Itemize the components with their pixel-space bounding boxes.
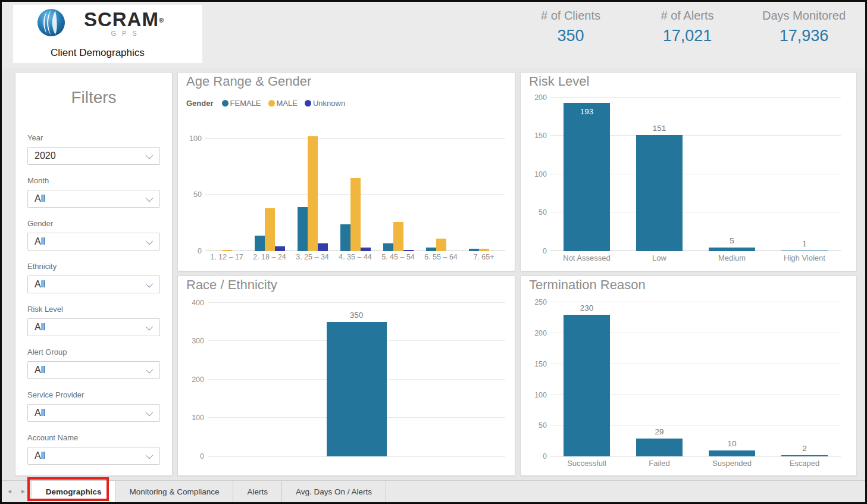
y-tick-label: 200	[523, 93, 547, 102]
category-slot	[334, 125, 377, 251]
month-select-value: All	[35, 193, 45, 204]
scroll-tabs-left-icon[interactable]: ◄	[7, 489, 12, 494]
legend-title: Gender	[186, 99, 214, 108]
bar-total[interactable]: 350	[327, 322, 387, 456]
bar-unknown[interactable]	[318, 243, 328, 251]
y-tick-label: 50	[523, 421, 547, 430]
plot-area: 05010015020025023029102	[550, 295, 841, 456]
plot-area: 05010015020019315151	[550, 90, 841, 251]
category-slot	[420, 125, 462, 251]
bar-female[interactable]	[426, 248, 436, 251]
filter-field-ethnicity: Ethnicity All	[27, 262, 160, 293]
y-tick-label: 150	[523, 360, 547, 368]
bar-female[interactable]	[340, 224, 350, 251]
bar-unknown[interactable]	[403, 250, 414, 251]
x-axis-label: High Violent	[768, 253, 841, 265]
bar-successfull[interactable]: 230	[564, 315, 610, 456]
bar-female[interactable]	[255, 236, 265, 252]
category-slot: 350	[208, 295, 505, 456]
brand-sub: GPS	[70, 30, 177, 37]
legend-item-unknown[interactable]: Unknown	[305, 99, 345, 108]
bar-female[interactable]	[383, 243, 393, 251]
bar-value-label: 193	[580, 107, 594, 116]
x-axis-label: Low	[623, 253, 696, 265]
bar-male[interactable]	[222, 250, 232, 251]
alert-group-select[interactable]: All	[27, 361, 160, 379]
tab-strip: ◄ ► Demographics Monitoring & Compliance…	[2, 480, 865, 502]
tab-monitoring-compliance[interactable]: Monitoring & Compliance	[116, 481, 234, 502]
year-select[interactable]: 2020	[27, 147, 160, 165]
risk-level-select-value: All	[35, 322, 45, 333]
bar-value-label: 1	[802, 239, 807, 248]
bar-high-violent[interactable]: 1	[781, 251, 828, 251]
bar-escaped[interactable]: 2	[781, 455, 828, 456]
stat-clients: # of Clients 350	[526, 9, 615, 45]
legend-item-male[interactable]: MALE	[268, 99, 298, 108]
termination-reason-chart: Termination Reason 050100150200250230291…	[520, 276, 857, 476]
bar-failed[interactable]: 29	[636, 439, 683, 456]
legend-dot-icon	[268, 100, 275, 107]
y-tick-label: 0	[523, 452, 547, 461]
legend-item-female[interactable]: FEMALE	[222, 99, 261, 108]
service-provider-select-value: All	[35, 408, 45, 418]
tab-avg-days-on-alerts[interactable]: Avg. Days On / Alerts	[282, 481, 386, 502]
bar-female[interactable]	[469, 249, 479, 251]
month-select[interactable]: All	[27, 190, 160, 208]
tab-scroll-arrows: ◄ ►	[2, 481, 32, 502]
x-axis-label: 1. 12 – 17	[205, 253, 248, 265]
tab-demographics[interactable]: Demographics	[32, 481, 116, 502]
stat-days-monitored: Days Monitored 17,936	[759, 9, 849, 45]
page-title: Client Demographics	[51, 47, 145, 59]
bar-medium[interactable]: 5	[709, 248, 755, 251]
risk-level-select[interactable]: All	[27, 318, 160, 336]
scroll-tabs-right-icon[interactable]: ►	[20, 489, 26, 494]
y-tick-label: 150	[523, 132, 547, 140]
bar-unknown[interactable]	[275, 246, 285, 251]
bar-male[interactable]	[436, 239, 446, 251]
bar-value-label: 10	[727, 439, 736, 448]
chart-title: Age Range & Gender	[186, 74, 311, 89]
logo-card: SCRAM® GPS Client Demographics	[13, 5, 202, 63]
bar-not-assessed[interactable]: 193	[564, 103, 610, 251]
service-provider-select[interactable]: All	[27, 404, 160, 422]
bar-unknown[interactable]	[361, 248, 371, 251]
y-tick-label: 50	[523, 208, 547, 217]
tab-alerts[interactable]: Alerts	[233, 481, 282, 502]
stat-value: 17,021	[643, 27, 732, 45]
x-axis	[208, 459, 505, 471]
y-tick-label: 300	[180, 337, 204, 345]
bar-low[interactable]: 151	[636, 135, 683, 251]
bar-male[interactable]	[308, 136, 318, 251]
stat-value: 17,936	[759, 27, 849, 45]
ethnicity-select[interactable]: All	[27, 276, 160, 293]
x-axis-label: 6. 55 – 64	[420, 253, 462, 265]
y-tick-label: 0	[178, 247, 202, 255]
scram-logo-icon	[37, 8, 65, 37]
y-tick-label: 200	[180, 375, 204, 384]
filter-field-risk-level: Risk Level All	[27, 305, 160, 336]
account-name-select[interactable]: All	[27, 447, 160, 465]
x-axis-label: 5. 45 – 54	[377, 253, 420, 265]
bar-suspended[interactable]: 10	[709, 450, 755, 456]
category-slot	[205, 125, 248, 251]
bar-male[interactable]	[350, 178, 361, 251]
gender-select-value: All	[35, 236, 45, 247]
brand-name: SCRAM	[84, 8, 159, 30]
category-slot: 230	[550, 295, 623, 456]
tab-label: Avg. Days On / Alerts	[296, 487, 372, 496]
bar-male[interactable]	[265, 208, 275, 251]
filters-panel: Filters Year 2020 Month All Gender All E…	[15, 72, 173, 476]
x-axis-label: Medium	[696, 253, 768, 265]
bar-female[interactable]	[298, 207, 308, 251]
gender-select[interactable]: All	[27, 233, 160, 251]
bar-male[interactable]	[479, 249, 489, 251]
bar-value-label: 230	[580, 303, 594, 312]
chart-legend: Gender FEMALEMALEUnknown	[186, 99, 345, 108]
bar-value-label: 151	[653, 124, 666, 133]
y-tick-label: 50	[178, 190, 202, 199]
bar-male[interactable]	[393, 222, 403, 251]
chevron-down-icon	[146, 237, 154, 245]
race-ethnicity-chart: Race / Ethnicity 0100200300400350	[177, 276, 515, 476]
x-axis-label: Successfull	[550, 459, 623, 471]
legend-dot-icon	[305, 100, 311, 107]
